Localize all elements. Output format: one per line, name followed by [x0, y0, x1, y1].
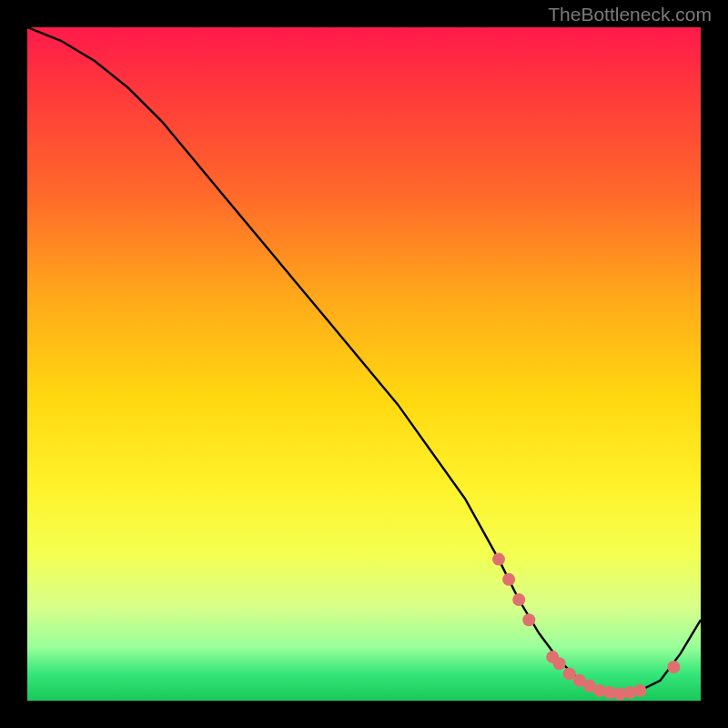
chart-markers	[492, 553, 680, 701]
marker-dot	[492, 553, 505, 566]
marker-dot	[502, 573, 515, 586]
marker-dot	[512, 593, 525, 606]
chart-curve	[27, 27, 701, 694]
chart-svg	[27, 27, 701, 701]
watermark-text: TheBottleneck.com	[548, 4, 712, 25]
marker-dot	[633, 684, 646, 697]
marker-dot	[553, 657, 566, 670]
marker-dot	[522, 613, 535, 626]
marker-dot	[667, 661, 680, 673]
